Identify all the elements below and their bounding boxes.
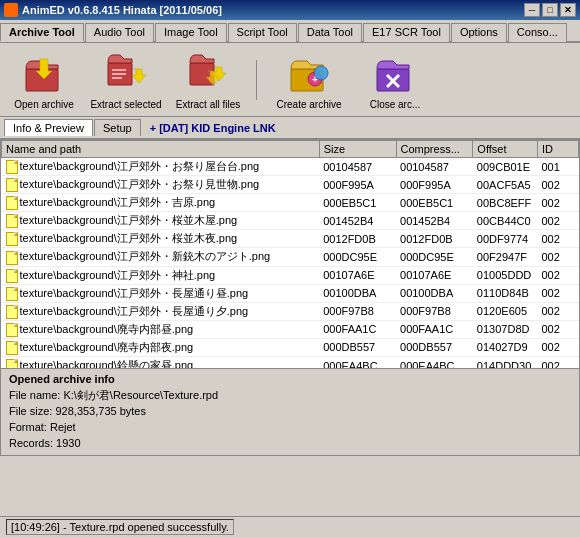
cell-offset: 014027D9 xyxy=(473,338,538,356)
open-archive-button[interactable]: Open archive xyxy=(8,49,80,110)
cell-id: 002 xyxy=(537,357,578,369)
file-table-container[interactable]: Name and path Size Compress... Offset ID… xyxy=(0,139,580,369)
info-filename-label: File name: xyxy=(9,389,63,401)
table-row[interactable]: texture\background\江戸郊外・長屋通り昼.png00100DB… xyxy=(2,284,579,302)
table-row[interactable]: texture\background\江戸郊外・長屋通り夕.png000F97B… xyxy=(2,302,579,320)
close-archive-button[interactable]: Close arc... xyxy=(359,49,431,110)
minimize-button[interactable]: ─ xyxy=(524,3,540,17)
create-archive-icon: + xyxy=(285,49,333,97)
open-archive-label: Open archive xyxy=(14,99,73,110)
header-offset[interactable]: Offset xyxy=(473,141,538,158)
cell-name: texture\background\江戸郊外・桜並木夜.png xyxy=(2,230,320,248)
info-filename-value: K:\剣が君\Resource\Texture.rpd xyxy=(63,389,218,401)
cell-compress: 00107A6E xyxy=(396,266,473,284)
open-archive-icon xyxy=(20,49,68,97)
file-table: Name and path Size Compress... Offset ID… xyxy=(1,140,579,369)
cell-id: 001 xyxy=(537,158,578,176)
table-row[interactable]: texture\background\廃寺内部夜.png000DB557000D… xyxy=(2,338,579,356)
header-name[interactable]: Name and path xyxy=(2,141,320,158)
cell-size: 000F97B8 xyxy=(319,302,396,320)
cell-compress: 000DC95E xyxy=(396,248,473,266)
cell-name: texture\background\江戸郊外・長屋通り夕.png xyxy=(2,302,320,320)
tab-e17-scr-tool[interactable]: E17 SCR Tool xyxy=(363,23,450,42)
cell-offset: 01307D8D xyxy=(473,320,538,338)
tab-options[interactable]: Options xyxy=(451,23,507,42)
extract-all-icon xyxy=(184,49,232,97)
app-title: AnimED v0.6.8.415 Hinata [2011/05/06] xyxy=(22,4,222,16)
tab-script-tool[interactable]: Script Tool xyxy=(228,23,297,42)
extract-selected-button[interactable]: Extract selected xyxy=(90,49,162,110)
maximize-button[interactable]: □ xyxy=(542,3,558,17)
cell-compress: 000FAA1C xyxy=(396,320,473,338)
sub-tab-info-preview[interactable]: Info & Preview xyxy=(4,119,93,136)
extract-all-button[interactable]: Extract all files xyxy=(172,49,244,110)
toolbar-separator xyxy=(256,60,257,100)
cell-offset: 01005DDD xyxy=(473,266,538,284)
cell-name: texture\background\江戸郊外・新銃木のアジト.png xyxy=(2,248,320,266)
cell-compress: 0012FD0B xyxy=(396,230,473,248)
table-row[interactable]: texture\background\鈴懸の家昼.png000EA4BC000E… xyxy=(2,357,579,369)
close-archive-icon xyxy=(371,49,419,97)
cell-offset: 00BC8EFF xyxy=(473,194,538,212)
table-row[interactable]: texture\background\廃寺内部昼.png000FAA1C000F… xyxy=(2,320,579,338)
cell-size: 001452B4 xyxy=(319,212,396,230)
app-icon xyxy=(4,3,18,17)
toolbar: Open archive Extract selected Extr xyxy=(0,43,580,117)
cell-size: 000F995A xyxy=(319,176,396,194)
table-row[interactable]: texture\background\江戸郊外・吉原.png000EB5C100… xyxy=(2,194,579,212)
cell-id: 002 xyxy=(537,338,578,356)
table-header-row: Name and path Size Compress... Offset ID xyxy=(2,141,579,158)
cell-name: texture\background\江戸郊外・桜並木屋.png xyxy=(2,212,320,230)
info-panel: Opened archive info File name: K:\剣が君\Re… xyxy=(0,369,580,456)
create-archive-label: Create archive xyxy=(276,99,341,110)
cell-compress: 000EB5C1 xyxy=(396,194,473,212)
archive-label: + [DAT] KID Engine LNK xyxy=(150,122,276,134)
table-row[interactable]: texture\background\江戸郊外・お祭り屋台台.png001045… xyxy=(2,158,579,176)
extract-selected-icon xyxy=(102,49,150,97)
table-row[interactable]: texture\background\江戸郊外・桜並木屋.png001452B4… xyxy=(2,212,579,230)
info-format-label: Format: xyxy=(9,421,50,433)
cell-offset: 00ACF5A5 xyxy=(473,176,538,194)
table-row[interactable]: texture\background\江戸郊外・神社.png00107A6E00… xyxy=(2,266,579,284)
cell-name: texture\background\江戸郊外・吉原.png xyxy=(2,194,320,212)
svg-text:+: + xyxy=(312,74,318,85)
status-text: [10:49:26] - Texture.rpd opened successf… xyxy=(6,519,234,535)
cell-size: 0012FD0B xyxy=(319,230,396,248)
create-archive-button[interactable]: + Create archive xyxy=(269,49,349,110)
close-button[interactable]: ✕ xyxy=(560,3,576,17)
tab-audio-tool[interactable]: Audio Tool xyxy=(85,23,154,42)
info-format-line: Format: Rejet xyxy=(9,419,571,435)
info-filesize-line: File size: 928,353,735 bytes xyxy=(9,403,571,419)
cell-offset: 00F2947F xyxy=(473,248,538,266)
svg-rect-6 xyxy=(112,77,122,79)
cell-id: 002 xyxy=(537,320,578,338)
cell-size: 00104587 xyxy=(319,158,396,176)
table-row[interactable]: texture\background\江戸郊外・桜並木夜.png0012FD0B… xyxy=(2,230,579,248)
status-bar: [10:49:26] - Texture.rpd opened successf… xyxy=(0,516,580,537)
tab-image-tool[interactable]: Image Tool xyxy=(155,23,227,42)
header-id[interactable]: ID xyxy=(537,141,578,158)
cell-id: 002 xyxy=(537,284,578,302)
svg-marker-3 xyxy=(132,69,146,83)
tab-data-tool[interactable]: Data Tool xyxy=(298,23,362,42)
info-records-line: Records: 1930 xyxy=(9,435,571,451)
cell-id: 002 xyxy=(537,266,578,284)
cell-id: 002 xyxy=(537,248,578,266)
cell-name: texture\background\江戸郊外・長屋通り昼.png xyxy=(2,284,320,302)
tab-archive-tool[interactable]: Archive Tool xyxy=(0,23,84,42)
tab-console[interactable]: Conso... xyxy=(508,23,567,42)
table-row[interactable]: texture\background\江戸郊外・新銃木のアジト.png000DC… xyxy=(2,248,579,266)
svg-rect-5 xyxy=(112,73,126,75)
cell-name: texture\background\廃寺内部昼.png xyxy=(2,320,320,338)
table-row[interactable]: texture\background\江戸郊外・お祭り見世物.png000F99… xyxy=(2,176,579,194)
header-size[interactable]: Size xyxy=(319,141,396,158)
sub-tab-setup[interactable]: Setup xyxy=(94,119,141,136)
cell-name: texture\background\廃寺内部夜.png xyxy=(2,338,320,356)
info-records-value: 1930 xyxy=(56,437,80,449)
cell-offset: 00CB44C0 xyxy=(473,212,538,230)
cell-id: 002 xyxy=(537,212,578,230)
header-compress[interactable]: Compress... xyxy=(396,141,473,158)
extract-all-label: Extract all files xyxy=(176,99,240,110)
cell-offset: 0110D84B xyxy=(473,284,538,302)
window-controls: ─ □ ✕ xyxy=(524,3,576,17)
